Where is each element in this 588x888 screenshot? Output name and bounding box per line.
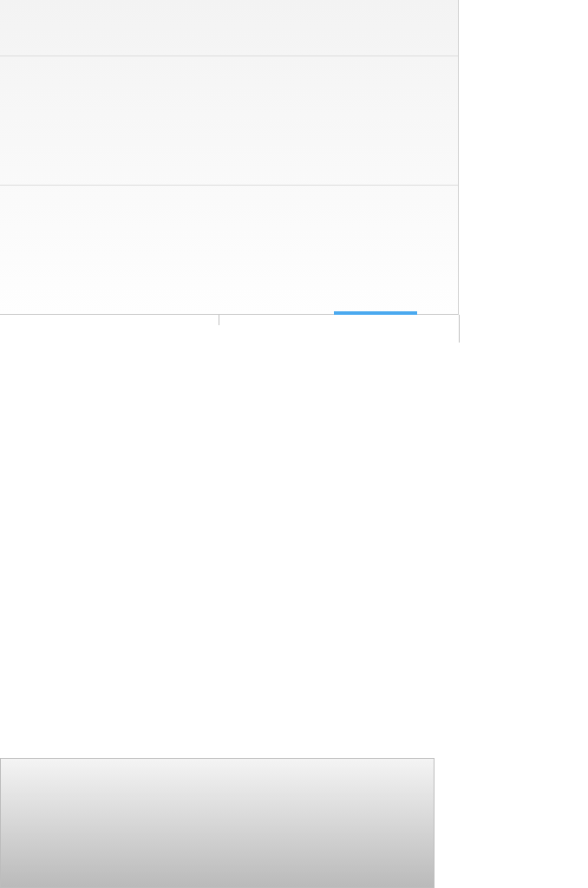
x-tick [459,315,460,343]
gridline [0,185,458,186]
x-axis [0,315,459,343]
x-axis-labels: Tallio (Tl) Vanadio (V) [0,343,588,689]
x-tick [219,315,219,325]
chart-plot-area [0,0,459,315]
legend-box [0,758,434,888]
gridline [0,56,458,56]
